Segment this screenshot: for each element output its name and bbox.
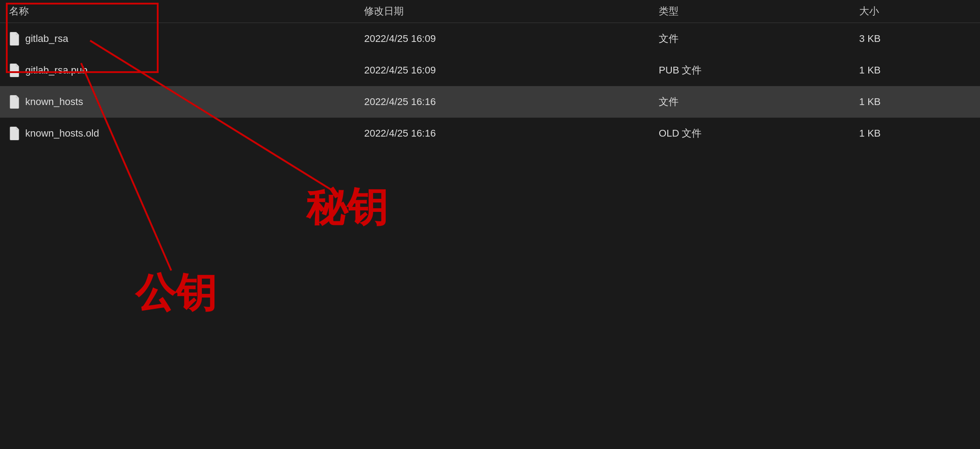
file-name[interactable]: known_hosts.old (25, 128, 99, 139)
table-row[interactable]: known_hosts.old 2022/4/25 16:16OLD 文件1 K… (0, 118, 980, 149)
file-modified: 2022/4/25 16:16 (355, 118, 650, 149)
file-name-cell-0: gitlab_rsa (0, 23, 355, 55)
column-size: 大小 (850, 0, 980, 23)
file-modified: 2022/4/25 16:09 (355, 23, 650, 55)
column-type: 类型 (650, 0, 850, 23)
file-name[interactable]: gitlab_rsa.pub (25, 64, 87, 76)
file-table: 名称 修改日期 类型 大小 gitlab_rsa 2022/4/25 16:09… (0, 0, 980, 149)
file-type: 文件 (650, 23, 850, 55)
secret-key-annotation: 秘钥 (306, 184, 387, 229)
file-size: 1 KB (850, 55, 980, 86)
file-name-cell-2: known_hosts (0, 86, 355, 118)
column-modified: 修改日期 (355, 0, 650, 23)
file-modified: 2022/4/25 16:09 (355, 55, 650, 86)
file-modified: 2022/4/25 16:16 (355, 86, 650, 118)
file-name[interactable]: known_hosts (25, 96, 83, 108)
table-row[interactable]: gitlab_rsa.pub 2022/4/25 16:09PUB 文件1 KB (0, 55, 980, 86)
table-row[interactable]: gitlab_rsa 2022/4/25 16:09文件3 KB (0, 23, 980, 55)
table-header-row: 名称 修改日期 类型 大小 (0, 0, 980, 23)
column-name[interactable]: 名称 (0, 0, 355, 23)
file-icon (9, 64, 20, 77)
file-explorer: 名称 修改日期 类型 大小 gitlab_rsa 2022/4/25 16:09… (0, 0, 980, 449)
table-row[interactable]: known_hosts 2022/4/25 16:16文件1 KB (0, 86, 980, 118)
file-name-cell-3: known_hosts.old (0, 118, 355, 149)
file-icon (9, 127, 20, 140)
file-size: 3 KB (850, 23, 980, 55)
file-name[interactable]: gitlab_rsa (25, 33, 68, 45)
public-key-annotation: 公钥 (135, 270, 216, 315)
file-type: 文件 (650, 86, 850, 118)
file-name-cell-1: gitlab_rsa.pub (0, 55, 355, 86)
file-size: 1 KB (850, 86, 980, 118)
file-icon (9, 95, 20, 109)
file-type: PUB 文件 (650, 55, 850, 86)
file-icon (9, 32, 20, 46)
file-type: OLD 文件 (650, 118, 850, 149)
file-size: 1 KB (850, 118, 980, 149)
